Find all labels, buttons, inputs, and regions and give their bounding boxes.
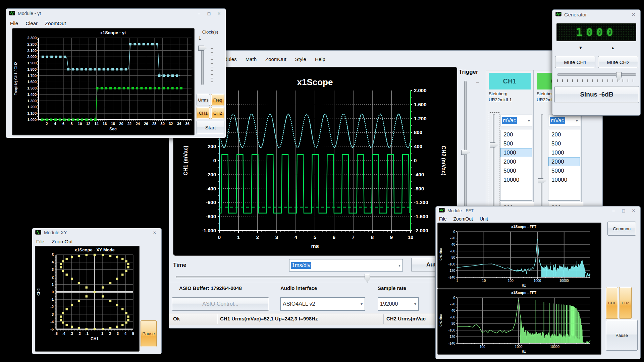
svg-text:5: 5 [314, 234, 316, 240]
start-button[interactable]: Start [197, 121, 224, 134]
app-icon [555, 12, 561, 17]
svg-text:6: 6 [333, 234, 335, 240]
svg-text:ms: ms [311, 243, 319, 249]
svg-text:-120: -120 [448, 335, 455, 339]
minimize-icon[interactable]: – [610, 208, 617, 213]
svg-text:1.400: 1.400 [27, 93, 37, 97]
close-icon[interactable]: ✕ [630, 11, 637, 18]
xy-pause-button[interactable]: Pause [141, 320, 157, 347]
svg-text:-3: -3 [50, 312, 54, 316]
audio-interface-combo[interactable]: ASIO4ALL v2 ▾ [280, 297, 365, 311]
list-option-10000[interactable]: 10000 [500, 175, 532, 184]
chevron-down-icon[interactable]: ▾ [396, 263, 402, 268]
ch2-gain-slider-thumb[interactable] [538, 178, 546, 183]
sample-rate-combo[interactable]: 192000 ▾ [378, 297, 419, 311]
svg-text:-100: -100 [448, 262, 455, 266]
time-combo[interactable]: 1ms/div ▾ [289, 259, 403, 272]
chevron-down-icon[interactable]: ▾ [526, 118, 532, 123]
svg-text:2.000: 2.000 [27, 55, 37, 59]
yt-ch1-button[interactable]: CH1 [197, 107, 210, 119]
frequency-down-icon[interactable]: ▼ [573, 45, 588, 50]
svg-text:-600: -600 [206, 199, 216, 205]
close-icon[interactable]: ✕ [215, 11, 223, 16]
list-option-10000[interactable]: 10000 [548, 175, 580, 184]
maximize-icon[interactable]: ◻ [620, 208, 627, 213]
svg-text:1.600: 1.600 [414, 102, 427, 107]
svg-text:2: 2 [109, 331, 111, 336]
window-generator: Generator ✕ 1000 ▼ ▲ Mute CH1 Mute CH2 S… [552, 9, 641, 116]
frequency-display: 1000 [556, 23, 636, 41]
svg-text:CH2: CH2 [37, 288, 41, 296]
close-icon[interactable]: ✕ [151, 230, 158, 235]
time-slider-thumb[interactable] [365, 274, 370, 283]
level-slider-track[interactable] [557, 73, 636, 76]
svg-text:-800: -800 [206, 214, 216, 219]
ch2-range-list[interactable]: 20050010002000500010000 [548, 130, 580, 201]
waveform-button[interactable]: Sinus -6dB [554, 86, 639, 103]
fft-pause-button[interactable]: Pause [606, 320, 638, 351]
menu-item-style[interactable]: Style [295, 56, 306, 62]
svg-text:1.500: 1.500 [27, 86, 37, 90]
chevron-down-icon[interactable]: ▾ [574, 118, 580, 123]
frequency-up-icon[interactable]: ▲ [605, 45, 620, 50]
menu-item-math[interactable]: Math [246, 56, 257, 62]
list-option-200[interactable]: 200 [548, 130, 580, 139]
chevron-down-icon[interactable]: ▾ [412, 302, 418, 306]
list-option-2000[interactable]: 2000 [548, 157, 580, 166]
menu-item-zoomout[interactable]: ZoomOut [265, 56, 286, 62]
svg-text:100: 100 [508, 279, 514, 283]
menu-item-zoomout[interactable]: ZoomOut [52, 239, 73, 244]
close-icon[interactable]: ✕ [630, 208, 637, 213]
list-option-200[interactable]: 200 [500, 130, 532, 139]
trigger-minus: – [476, 79, 479, 84]
list-option-500[interactable]: 500 [500, 139, 532, 148]
svg-text:20: 20 [119, 122, 123, 126]
yt-buttons: UrmsFreqCH1CH2 [196, 28, 224, 135]
svg-text:CH2 dBu: CH2 dBu [439, 314, 442, 327]
trigger-label: Trigger [459, 69, 478, 75]
ch1-range-list[interactable]: 20050010002000500010000 [500, 130, 532, 201]
svg-text:2.100: 2.100 [27, 49, 37, 53]
fft-ch2-button[interactable]: CH2 [619, 287, 632, 319]
ch1-unit-combo[interactable]: mVac ▾ [500, 115, 532, 126]
menu-item-unit[interactable]: Unit [480, 216, 488, 222]
menu-item-file[interactable]: File [439, 216, 447, 222]
mute-ch2-button[interactable]: Mute CH2 [598, 56, 638, 68]
time-slider-track[interactable] [176, 276, 435, 278]
svg-text:1.300: 1.300 [27, 99, 37, 103]
fft-title: Module - FFT [447, 208, 474, 213]
list-option-1000[interactable]: 1000 [548, 148, 580, 157]
menu-item-clear[interactable]: Clear [25, 20, 38, 26]
list-option-5000[interactable]: 5000 [500, 166, 532, 175]
generator-title: Generator [564, 12, 587, 17]
chevron-down-icon[interactable]: ▾ [359, 302, 365, 306]
svg-text:10: 10 [78, 122, 82, 126]
app-icon [439, 208, 445, 214]
yt-ch2-button[interactable]: CH2 [211, 107, 224, 119]
trigger-slider-thumb[interactable] [461, 150, 470, 155]
yt-urms-button[interactable]: Urms [197, 94, 210, 106]
ch1-header: CH1 [489, 73, 531, 89]
mute-ch1-button[interactable]: Mute CH1 [555, 56, 595, 68]
asio-control-button[interactable]: ASIO Control... [172, 297, 269, 311]
status-ch1: CH1 Urms(mVac)=52,1 Up=242,3 f=998Hz [220, 316, 318, 321]
minimize-icon[interactable]: – [195, 11, 203, 16]
menu-item-help[interactable]: Help [315, 56, 325, 62]
fft-ch1-plot: x1Scope - FFT0-20-40-60-80-100-120-14011… [438, 223, 601, 288]
maximize-icon[interactable]: ◻ [205, 11, 213, 16]
menu-item-zoomout[interactable]: ZoomOut [453, 216, 473, 222]
list-option-1000[interactable]: 1000 [500, 148, 532, 157]
list-option-5000[interactable]: 5000 [548, 166, 580, 175]
list-option-2000[interactable]: 2000 [500, 157, 532, 166]
ch2-unit-combo[interactable]: mVac ▾ [548, 115, 580, 126]
common-button[interactable]: Common [607, 222, 636, 236]
fft-ch1-button[interactable]: CH1 [606, 287, 618, 319]
time-value: 1ms/div [291, 262, 311, 269]
menu-item-file[interactable]: File [10, 20, 18, 26]
menu-item-zoomout[interactable]: ZoomOut [45, 20, 66, 26]
list-option-500[interactable]: 500 [548, 139, 580, 148]
svg-text:400: 400 [414, 143, 422, 149]
svg-text:1.200: 1.200 [27, 105, 37, 109]
menu-item-file[interactable]: File [36, 239, 44, 244]
yt-freq-button[interactable]: Freq [211, 94, 224, 106]
